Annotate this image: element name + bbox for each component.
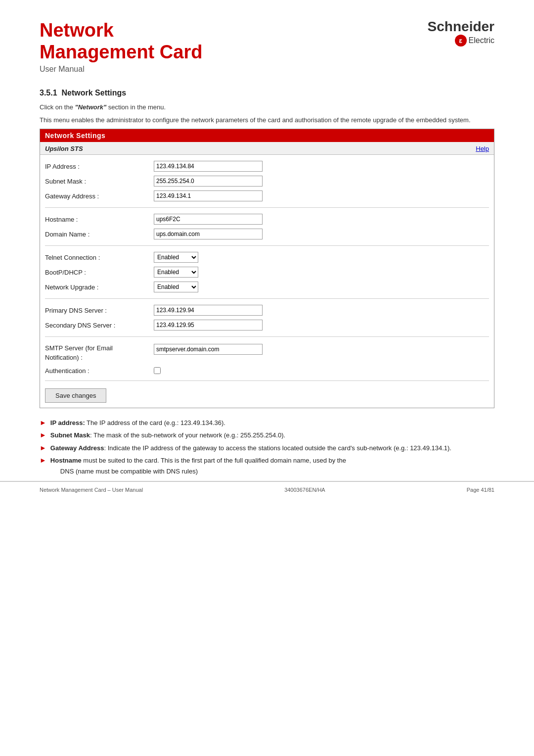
bullet-item-hostname: ► Hostname must be suited to the card. T… [40,456,494,475]
bullet-text-hostname: Hostname must be suited to the card. Thi… [50,457,346,464]
help-link[interactable]: Help [476,145,489,152]
subnet-mask-label: Subnet Mask : [45,178,154,185]
network-upgrade-select[interactable]: Enabled Disabled [154,282,198,292]
subnet-mask-input[interactable] [154,176,263,187]
bullet-arrow-gateway: ► [40,444,46,452]
ip-address-row: IP Address : [45,159,489,174]
footer-center: 34003676EN/HA [284,487,325,493]
gateway-row: Gateway Address : [45,189,489,203]
smtp-section: SMTP Server (for EmailNotification) : Au… [45,337,489,380]
hostname-row: Hostname : [45,212,489,227]
save-button[interactable]: Save changes [45,388,106,403]
hostname-label: Hostname : [45,216,154,223]
logo-icon: ε [455,35,467,47]
save-button-container: Save changes [45,381,489,408]
bullet-item-ip: ► IP address: The IP address of the card… [40,418,494,428]
auth-checkbox[interactable] [154,367,161,374]
primary-dns-row: Primary DNS Server : [45,303,489,318]
section-heading: 3.5.1 Network Settings [40,89,494,97]
bullet-arrow-hostname: ► [40,456,46,464]
bullet-item-subnet: ► Subnet Mask: The mask of the sub-netwo… [40,430,494,440]
ip-section: IP Address : Subnet Mask : Gateway Addre… [45,155,489,208]
panel-header-row: Upsilon STS Help [40,142,494,155]
intro-italic: "Network" [75,103,107,111]
footer-right: Page 41/81 [467,487,494,493]
footer-left: Network Management Card – User Manual [40,487,143,493]
intro-paragraph-2: This menu enables the administrator to c… [40,115,494,125]
dropdowns-section: Telnet Connection : Enabled Disabled Boo… [45,246,489,299]
intro-paragraph-1: Click on the "Network" section in the me… [40,102,494,112]
hostname-input[interactable] [154,214,263,225]
secondary-dns-label: Secondary DNS Server : [45,322,154,329]
bootp-select[interactable]: Enabled Disabled [154,267,198,278]
bullet-arrow-ip: ► [40,419,46,426]
bullet-text-ip: IP address: The IP address of the card (… [50,418,225,428]
bullet-text-gateway: Gateway Address: Indicate the IP address… [50,443,451,453]
domain-name-row: Domain Name : [45,227,489,241]
gateway-input[interactable] [154,190,263,201]
telnet-row: Telnet Connection : Enabled Disabled [45,250,489,265]
bullet-arrow-subnet: ► [40,431,46,439]
logo-name: Schneider [428,20,494,34]
primary-dns-label: Primary DNS Server : [45,307,154,314]
smtp-label: SMTP Server (for EmailNotification) : [45,344,154,362]
title-block: Network Management Card User Manual [40,20,202,74]
primary-dns-input[interactable] [154,305,263,316]
logo: Schneider ε Electric [396,20,494,47]
domain-name-input[interactable] [154,229,263,239]
telnet-select[interactable]: Enabled Disabled [154,252,198,263]
network-upgrade-label: Network Upgrade : [45,284,154,291]
page-title-line1: Network Management Card [40,20,202,63]
gateway-label: Gateway Address : [45,192,154,200]
bullet-text-subnet: Subnet Mask: The mask of the sub-network… [50,430,285,440]
auth-row: Authentication : [45,365,489,377]
bullet-item-gateway: ► Gateway Address: Indicate the IP addre… [40,443,494,453]
telnet-label: Telnet Connection : [45,254,154,261]
bullet-list: ► IP address: The IP address of the card… [40,418,494,475]
ip-address-input[interactable] [154,161,263,172]
bootp-label: BootP/DHCP : [45,269,154,276]
secondary-dns-row: Secondary DNS Server : [45,318,489,332]
subnet-mask-row: Subnet Mask : [45,174,489,189]
logo-electric: Electric [469,36,494,45]
dns-note: DNS (name must be compatible with DNS ru… [60,468,346,475]
page-subtitle: User Manual [40,65,202,74]
network-settings-panel: Network Settings Upsilon STS Help IP Add… [40,129,494,408]
auth-label: Authentication : [45,367,154,375]
panel-title: Network Settings [40,129,494,142]
secondary-dns-input[interactable] [154,320,263,331]
page-footer: Network Management Card – User Manual 34… [0,481,534,498]
domain-name-label: Domain Name : [45,231,154,238]
page-header: Network Management Card User Manual Schn… [40,20,494,74]
dns-section: Primary DNS Server : Secondary DNS Serve… [45,299,489,337]
ip-address-label: IP Address : [45,163,154,170]
hostname-section: Hostname : Domain Name : [45,208,489,246]
smtp-row: SMTP Server (for EmailNotification) : [45,341,489,365]
smtp-input[interactable] [154,344,263,355]
bootp-row: BootP/DHCP : Enabled Disabled [45,265,489,280]
panel-body: IP Address : Subnet Mask : Gateway Addre… [40,155,494,407]
network-upgrade-row: Network Upgrade : Enabled Disabled [45,280,489,294]
device-name: Upsilon STS [45,145,83,152]
